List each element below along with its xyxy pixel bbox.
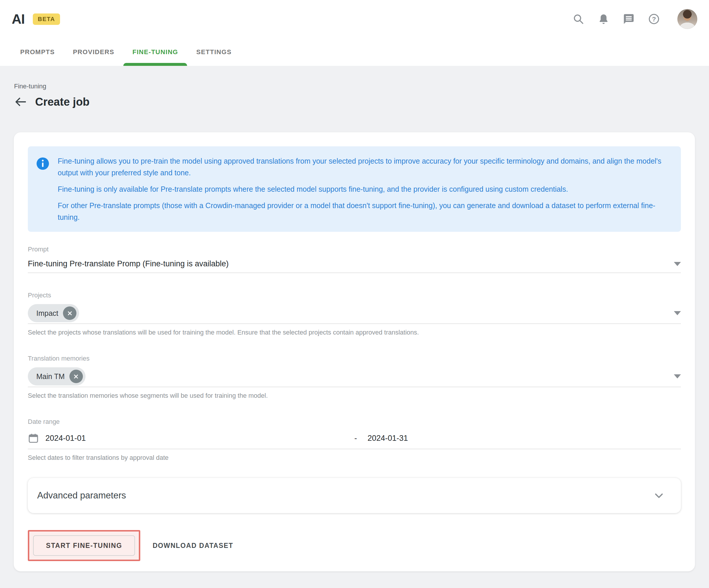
advanced-parameters-title: Advanced parameters [37,490,126,501]
download-dataset-button[interactable]: DOWNLOAD DATASET [150,535,236,556]
date-range-row: 2024-01-01 - 2024-01-31 [28,432,681,449]
actions-row: START FINE-TUNING DOWNLOAD DATASET [28,530,681,561]
date-start-input[interactable]: 2024-01-01 [28,432,354,444]
user-avatar[interactable] [677,9,697,29]
search-icon[interactable] [573,13,584,25]
prompt-value: Fine-tuning Pre-translate Promp (Fine-tu… [28,259,229,269]
info-paragraph: Fine-tuning is only available for Pre-tr… [58,183,669,195]
date-range-helper: Select dates to filter translations by a… [28,454,681,461]
project-chip: Impact [28,304,79,322]
notifications-icon[interactable] [598,13,609,25]
page-title: Create job [35,96,89,108]
create-job-card: Fine-tuning allows you to pre-train the … [14,132,695,571]
tab-fine-tuning[interactable]: FINE-TUNING [123,38,187,66]
tab-bar: PROMPTS PROVIDERS FINE-TUNING SETTINGS [0,38,709,66]
advanced-parameters-accordion[interactable]: Advanced parameters [28,478,681,513]
translation-memories-label: Translation memories [28,355,681,362]
projects-select[interactable]: Impact [28,304,681,324]
info-banner-text: Fine-tuning allows you to pre-train the … [58,155,669,223]
projects-helper: Select the projects whose translations w… [28,329,681,336]
prompt-select[interactable]: Fine-tuning Pre-translate Promp (Fine-tu… [28,259,681,273]
tab-providers[interactable]: PROVIDERS [64,38,123,66]
projects-field: Projects Impact Select the projects whos… [28,292,681,336]
translation-memories-helper: Select the translation memories whose se… [28,392,681,399]
tab-settings[interactable]: SETTINGS [187,38,240,66]
chevron-down-icon[interactable] [674,311,681,315]
chevron-down-icon[interactable] [674,262,681,266]
prompt-field: Prompt Fine-tuning Pre-translate Promp (… [28,246,681,273]
project-chip-label: Impact [36,309,58,317]
projects-label: Projects [28,292,681,299]
info-icon [36,157,50,170]
header-icons: ? [573,9,697,29]
app-logo: AI [12,11,25,27]
messages-icon[interactable] [623,13,635,25]
tm-chip: Main TM [28,367,85,386]
info-banner: Fine-tuning allows you to pre-train the … [28,146,681,232]
help-icon[interactable]: ? [648,13,660,25]
date-end-input[interactable]: - 2024-01-31 [354,434,681,443]
date-range-field: Date range 2024-01-01 - 2024-01-31 Selec… [28,418,681,461]
action-highlight-annotation: START FINE-TUNING [28,530,140,561]
back-arrow-icon[interactable] [14,95,28,109]
remove-tm-icon[interactable] [70,370,83,383]
remove-project-icon[interactable] [63,306,76,320]
beta-badge: BETA [33,13,60,25]
tab-prompts[interactable]: PROMPTS [11,38,64,66]
date-start-value: 2024-01-01 [45,434,86,443]
chevron-down-icon[interactable] [653,490,664,501]
page-title-row: Create job [14,94,709,109]
calendar-icon [28,432,39,444]
info-paragraph: Fine-tuning allows you to pre-train the … [58,155,669,178]
translation-memories-select[interactable]: Main TM [28,367,681,387]
tm-chip-label: Main TM [36,372,65,381]
date-range-label: Date range [28,418,681,425]
chevron-down-icon[interactable] [674,374,681,379]
date-separator: - [354,434,357,443]
translation-memories-field: Translation memories Main TM Select the … [28,355,681,399]
info-paragraph: For other Pre-translate prompts (those w… [58,200,669,223]
app-header: AI BETA ? PROMPTS PR [0,0,709,66]
breadcrumb: Fine-tuning [14,83,709,90]
header-top-row: AI BETA ? [0,0,709,38]
start-fine-tuning-button[interactable]: START FINE-TUNING [33,535,135,556]
prompt-label: Prompt [28,246,681,253]
date-end-value: 2024-01-31 [368,434,408,443]
svg-text:?: ? [652,16,656,23]
